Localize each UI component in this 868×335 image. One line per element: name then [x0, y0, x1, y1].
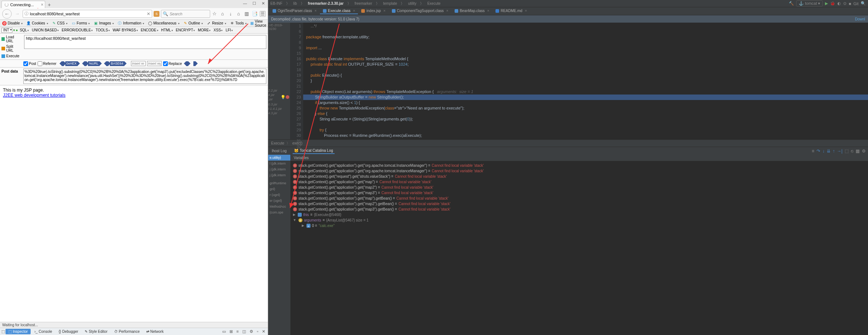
- build-icon[interactable]: 🔨: [789, 1, 794, 6]
- wd-resize[interactable]: ⤢Resize: [206, 21, 227, 26]
- watch-row[interactable]: !stack.getContext().get("application").g…: [293, 190, 866, 196]
- watches-list[interactable]: !stack.getContext().get("application").g…: [291, 161, 868, 335]
- hb-sql[interactable]: SQL: [19, 28, 30, 32]
- stack-frame[interactable]: l (jdk.intern: [268, 161, 290, 166]
- new-tab-button[interactable]: +: [45, 1, 53, 8]
- watch-row[interactable]: ▼p arguments = {ArrayList@5467} size = 1: [293, 217, 866, 223]
- sidebar-icon[interactable]: ▥: [244, 11, 250, 17]
- hb-html[interactable]: HTML: [160, 28, 174, 32]
- crumb[interactable]: utility: [408, 1, 416, 5]
- devtools-debugger[interactable]: {}Debugger: [56, 329, 81, 334]
- insert1-input[interactable]: [131, 61, 146, 66]
- home-icon[interactable]: ⌂: [236, 11, 242, 17]
- intention-bulb-icon[interactable]: 💡: [281, 95, 286, 100]
- hb-error[interactable]: ERROR/DOUBLE: [61, 28, 94, 32]
- close-icon[interactable]: ×: [383, 9, 386, 13]
- expand-icon[interactable]: ▼: [293, 217, 296, 223]
- step-over-icon[interactable]: ↷: [817, 149, 820, 154]
- hb-encode[interactable]: ENCODE: [140, 28, 159, 32]
- insert2-input[interactable]: [147, 61, 162, 66]
- expand-icon[interactable]: ▶: [302, 223, 304, 228]
- evaluate-icon[interactable]: ⬚: [845, 149, 849, 154]
- devtools-inspector[interactable]: ⬚Inspector: [5, 329, 31, 334]
- hb-tools[interactable]: TOOLS: [94, 28, 111, 32]
- watch-row[interactable]: !stack.getContext().get("application").g…: [293, 207, 866, 212]
- devtools-dock-icon[interactable]: ◫: [241, 329, 247, 334]
- wd-outline[interactable]: ✎Outline: [182, 21, 204, 26]
- url-bar[interactable]: ⓘ ✕: [23, 10, 152, 18]
- devtools-paint-icon[interactable]: ≡: [235, 329, 240, 334]
- trace-icon[interactable]: ⎋: [851, 149, 853, 154]
- run-config-select[interactable]: ⚓ tomcat ▾: [796, 0, 823, 7]
- wd-images[interactable]: ▣Images: [93, 21, 115, 26]
- devtools-responsive-icon[interactable]: ⊞: [228, 329, 234, 334]
- profile-icon[interactable]: ⊙: [843, 1, 846, 6]
- hb-encrypt[interactable]: ENCRYPT: [175, 28, 196, 32]
- close-icon[interactable]: ×: [41, 2, 43, 7]
- search-icon[interactable]: 🔍: [861, 1, 866, 6]
- hb-xss[interactable]: XSS: [212, 28, 224, 32]
- forward-button[interactable]: →: [13, 10, 21, 18]
- execute-button[interactable]: Execute: [1, 54, 21, 58]
- project-file[interactable]: 2.2.jar: [267, 88, 290, 93]
- downloads-icon[interactable]: ↓: [228, 11, 234, 17]
- replace-checkbox[interactable]: Replace: [163, 61, 182, 66]
- step-into-icon[interactable]: ↓: [822, 149, 825, 154]
- banner-link[interactable]: Downl: [855, 17, 865, 21]
- close-icon[interactable]: ×: [525, 9, 527, 13]
- hackbar-type-select[interactable]: INT: [1, 28, 12, 33]
- wd-forms[interactable]: ▭Forms: [70, 21, 90, 26]
- wd-misc[interactable]: ◯Miscellaneous: [147, 21, 180, 26]
- stack-frame[interactable]: r (ognl): [268, 192, 290, 198]
- end-arrow-r[interactable]: [193, 61, 196, 66]
- window-maximize-button[interactable]: ☐: [250, 0, 259, 7]
- devtools-settings-icon[interactable]: ⚙: [248, 329, 254, 334]
- pocket-icon[interactable]: ⌂: [220, 11, 225, 17]
- hb-union[interactable]: UNION BASED: [31, 28, 60, 32]
- close-icon[interactable]: ×: [353, 9, 355, 13]
- post-checkbox[interactable]: Post: [23, 61, 36, 66]
- debug-icon[interactable]: 🐞: [830, 1, 835, 6]
- hb-more[interactable]: MORE: [197, 28, 212, 32]
- crumb2-class[interactable]: Execute: [271, 141, 284, 145]
- watch-row[interactable]: ▶ this = {Execute@5468}: [293, 212, 866, 217]
- hackbar-url-input[interactable]: http://localhost:8080/test_war/test: [24, 35, 266, 49]
- wd-cookies[interactable]: 👤Cookies: [26, 21, 49, 26]
- crumb[interactable]: Execute: [427, 1, 440, 5]
- editor-tab[interactable]: README.md×: [493, 8, 530, 14]
- devtools-style[interactable]: ✎Style Editor: [82, 329, 110, 334]
- hex-arrow[interactable]: [62, 61, 64, 66]
- watch-row[interactable]: ▶≡ 0 = "calc.exe": [293, 223, 866, 228]
- watch-row[interactable]: !stack.getContext().get("application").g…: [293, 196, 866, 201]
- editor-tab[interactable]: ComponentTagSupport.class×: [389, 8, 451, 14]
- hb-lfi[interactable]: LFI: [224, 28, 234, 32]
- editor-tab[interactable]: Execute.class×: [320, 8, 358, 14]
- git-icon[interactable]: Git: [853, 1, 859, 6]
- stack-frame[interactable]: (com.ope: [268, 209, 290, 215]
- split-url-button[interactable]: Split URL: [1, 45, 21, 53]
- stack-frame[interactable]: gnl): [268, 186, 290, 192]
- stack-frame[interactable]: er (ognl): [268, 198, 290, 204]
- stack-frame[interactable]: e.utility): [268, 155, 290, 161]
- url-arrow[interactable]: [84, 61, 86, 66]
- devtools-close-icon[interactable]: ✕: [261, 329, 266, 334]
- noscript-icon[interactable]: S: [154, 11, 159, 17]
- editor-tab[interactable]: OgnlTextParser.class×: [270, 8, 320, 14]
- window-minimize-button[interactable]: —: [240, 0, 250, 7]
- end-arrow-l[interactable]: [186, 61, 188, 66]
- b64-arrow[interactable]: [106, 61, 108, 66]
- wd-disable[interactable]: ⊘Disable: [1, 21, 23, 26]
- wd-tools[interactable]: ✱Tools: [229, 21, 247, 26]
- lhost-log-tab[interactable]: lhost Log: [270, 148, 288, 154]
- devtools-perf[interactable]: ⏱Performance: [111, 329, 143, 334]
- bookmark-icon[interactable]: ☆: [212, 11, 217, 17]
- browser-tab[interactable]: Connecting... ×: [1, 1, 45, 8]
- devtools-frame-icon[interactable]: ▭: [221, 329, 227, 334]
- search-bar[interactable]: 🔍 Search: [161, 10, 210, 18]
- project-file[interactable]: 4.3.jar: [267, 111, 290, 115]
- stack-frame[interactable]: gnlRuntime: [268, 180, 290, 186]
- hamburger-menu-icon[interactable]: ☰: [260, 11, 266, 17]
- url-input[interactable]: [30, 12, 145, 16]
- watch-row[interactable]: !stack.getContext().get("application").g…: [293, 201, 866, 207]
- hex-label[interactable]: 0xHEX: [65, 61, 78, 66]
